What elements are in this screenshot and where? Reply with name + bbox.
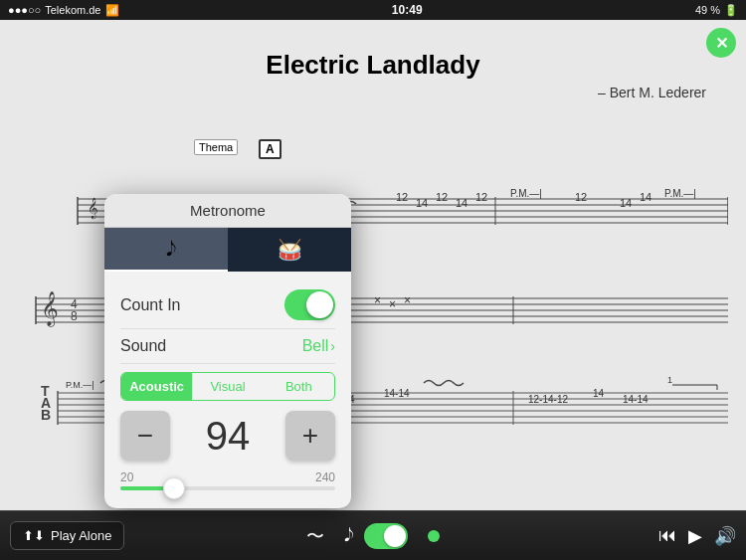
- song-title: Electric Landlady: [0, 20, 746, 81]
- decrement-button[interactable]: −: [120, 411, 170, 461]
- mode-tab-acoustic[interactable]: Acoustic: [121, 373, 192, 400]
- slider-max-label: 240: [315, 470, 335, 484]
- slider-labels: 20 240: [120, 470, 335, 484]
- svg-text:P.M.—|: P.M.—|: [664, 188, 696, 199]
- sound-chevron-icon: ›: [330, 338, 335, 354]
- a-badge: A: [259, 139, 281, 159]
- svg-text:8: 8: [71, 309, 78, 323]
- bottom-toolbar: ⬆⬇ Play Alone 〜 𝅘𝅥𝅮 ⏮ ▶ 🔊: [0, 510, 746, 560]
- green-dot-indicator: [428, 530, 440, 542]
- status-left: ●●●○○ Telekom.de 📶: [8, 4, 119, 17]
- bpm-value: 94: [206, 414, 251, 459]
- svg-text:×: ×: [374, 293, 381, 307]
- svg-text:14: 14: [593, 388, 605, 399]
- svg-text:14-14: 14-14: [623, 394, 649, 405]
- svg-text:×: ×: [389, 297, 396, 311]
- svg-text:A: A: [41, 395, 51, 411]
- svg-text:14: 14: [416, 197, 428, 209]
- status-bar: ●●●○○ Telekom.de 📶 10:49 49 % 🔋: [0, 0, 746, 20]
- volume-icon[interactable]: 🔊: [714, 525, 736, 547]
- sound-label: Sound: [120, 337, 166, 355]
- signal-icon: ●●●○○: [8, 4, 41, 16]
- svg-text:𝄞: 𝄞: [88, 197, 98, 220]
- svg-text:12: 12: [396, 191, 408, 203]
- svg-text:12: 12: [475, 191, 487, 203]
- status-time: 10:49: [392, 3, 423, 17]
- carrier-name: Telekom.de: [45, 4, 100, 16]
- svg-text:12: 12: [575, 191, 587, 203]
- svg-text:B: B: [41, 407, 51, 423]
- battery-text: 49 %: [695, 4, 720, 16]
- sound-row: Sound Bell ›: [120, 329, 335, 364]
- play-button[interactable]: ▶: [688, 525, 702, 547]
- svg-text:T: T: [41, 383, 50, 399]
- song-author: – Bert M. Lederer: [0, 85, 746, 100]
- slider-thumb[interactable]: [163, 477, 185, 499]
- metronome-popup: Metronome 𝅘𝅥𝅮 🥁 Count In Sound Bell › Ac…: [104, 194, 351, 508]
- play-alone-button[interactable]: ⬆⬇ Play Alone: [10, 521, 124, 550]
- toolbar-toggle[interactable]: [364, 523, 408, 549]
- svg-text:4: 4: [71, 297, 78, 311]
- thema-badge: Thema: [194, 139, 238, 155]
- play-alone-arrow-icon: ⬆⬇: [23, 528, 45, 543]
- sound-value-area[interactable]: Bell ›: [302, 337, 335, 355]
- play-alone-label: Play Alone: [51, 528, 111, 543]
- metronome-title: Metronome: [104, 194, 351, 228]
- toolbar-right: ⏮ ▶ 🔊: [658, 525, 736, 547]
- status-right: 49 % 🔋: [695, 4, 738, 17]
- wifi-icon: 📶: [105, 4, 119, 17]
- toolbar-left: ⬆⬇ Play Alone: [10, 521, 124, 550]
- wave-icon[interactable]: 〜: [306, 524, 324, 548]
- count-in-row: Count In: [120, 281, 335, 329]
- svg-text:12: 12: [436, 191, 448, 203]
- increment-button[interactable]: +: [285, 411, 335, 461]
- metro-tab-2-icon: 🥁: [278, 238, 302, 262]
- svg-text:14: 14: [640, 191, 652, 203]
- svg-text:P.M.—|: P.M.—|: [510, 188, 542, 199]
- mode-tab-both[interactable]: Both: [264, 373, 334, 400]
- svg-text:14-14: 14-14: [384, 388, 410, 399]
- mode-tabs: Acoustic Visual Both: [120, 372, 335, 401]
- mode-tab-visual[interactable]: Visual: [192, 373, 263, 400]
- close-button[interactable]: ✕: [706, 28, 736, 58]
- toolbar-center: 〜 𝅘𝅥𝅮: [306, 523, 440, 549]
- battery-icon: 🔋: [724, 4, 738, 17]
- bpm-controls: − 94 +: [120, 411, 335, 461]
- metronome-tab-bar: 𝅘𝅥𝅮 🥁: [104, 228, 351, 272]
- sound-value-text: Bell: [302, 337, 329, 355]
- svg-text:𝄞: 𝄞: [41, 291, 59, 327]
- metro-tab-1[interactable]: 𝅘𝅥𝅮: [104, 228, 228, 272]
- svg-text:12-14-12: 12-14-12: [528, 394, 568, 405]
- rewind-button[interactable]: ⏮: [658, 525, 676, 546]
- count-in-toggle[interactable]: [284, 289, 335, 320]
- svg-text:×: ×: [404, 293, 411, 307]
- metro-tab-2[interactable]: 🥁: [228, 228, 351, 272]
- svg-text:14: 14: [456, 197, 467, 209]
- tempo-slider-container: 20 240: [120, 470, 335, 490]
- slider-min-label: 20: [120, 470, 133, 484]
- svg-text:14: 14: [620, 197, 632, 209]
- slider-track[interactable]: [120, 486, 335, 490]
- svg-text:P.M.—|: P.M.—|: [66, 380, 94, 390]
- metro-body: Count In Sound Bell › Acoustic Visual Bo…: [104, 272, 351, 508]
- svg-text:1: 1: [667, 375, 672, 385]
- count-in-label: Count In: [120, 296, 180, 314]
